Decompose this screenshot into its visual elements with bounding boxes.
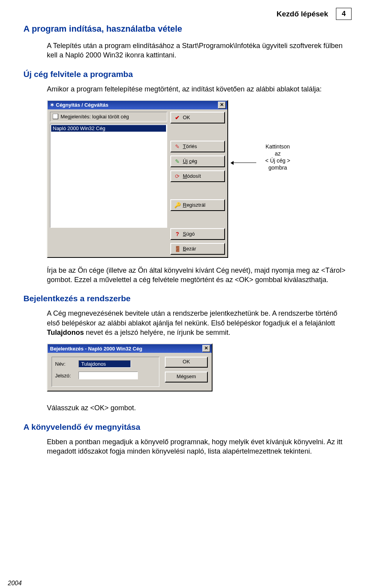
name-field[interactable]: Tulajdonos [79, 360, 131, 368]
para-valasszuk-ok: Válasszuk az <OK> gombot. [47, 403, 352, 413]
heading-uj-ceg: Új cég felvitele a programba [23, 70, 352, 79]
sugo-button[interactable]: ? Súgó [170, 228, 225, 240]
ok-button[interactable]: ✔ OK [170, 112, 225, 123]
footer-year: 2004 [8, 580, 22, 587]
close-icon[interactable]: ✕ [202, 345, 210, 352]
ujceg-label: Új cég [183, 158, 197, 164]
login-ok-button[interactable]: OK [165, 357, 208, 368]
arrow-icon [233, 163, 256, 163]
sugo-label: Súgó [183, 231, 195, 237]
checkbox-label: Megjelenítés: logikai törölt cég [61, 114, 129, 120]
torles-label: Törlés [183, 143, 197, 149]
ok-label: OK [183, 114, 190, 120]
checkbox-icon[interactable] [53, 114, 58, 119]
delete-icon: ✎ [174, 143, 180, 150]
app-icon: ✶ [50, 102, 54, 108]
password-label: Jelszó: [55, 373, 75, 379]
edit-icon: ⟳ [174, 173, 180, 179]
dialog-title: Cégnyitás / Cégváltás [56, 102, 108, 108]
header-title: Kezdő lépések [277, 10, 328, 18]
login-cancel-button[interactable]: Mégsem [165, 372, 208, 382]
modosit-button[interactable]: ⟳ Módosít [170, 170, 225, 182]
page-number: 4 [336, 8, 352, 20]
torles-button[interactable]: ✎ Törlés [170, 141, 225, 152]
dialog-bejelentkezes: Bejelentkezés - Napló 2000 Win32 Cég ✕ N… [47, 343, 212, 391]
help-icon: ? [174, 231, 180, 237]
list-item[interactable]: Napló 2000 Win32 Cég [51, 125, 166, 132]
para-install-launch: A Telepítés után a program elindításához… [47, 41, 352, 60]
company-listbox[interactable]: Napló 2000 Win32 Cég [50, 124, 167, 228]
para-after-install: Amikor a program feltelepítése megtörtén… [47, 84, 352, 94]
heading-konyvelendo-ev: A könyvelendő év megnyitása [23, 422, 352, 432]
dialog-titlebar: ✶ Cégnyitás / Cégváltás ✕ [48, 101, 227, 109]
name-label: Név: [55, 361, 75, 367]
para-konyvelendo-ev: Ebben a pontban megadjuk a könyvelő prog… [47, 437, 352, 456]
bezar-button[interactable]: 🚪 Bezár [170, 243, 225, 255]
heading-program-inditasa: A program indítása, használatba vétele [23, 24, 352, 34]
modosit-label: Módosít [183, 173, 201, 179]
dialog2-title: Bejelentkezés - Napló 2000 Win32 Cég [50, 346, 142, 352]
dialog2-titlebar: Bejelentkezés - Napló 2000 Win32 Cég ✕ [48, 344, 212, 353]
key-icon: 🔑 [174, 202, 180, 208]
check-icon: ✔ [174, 114, 180, 121]
callout-ujceg: Kattintson az < Új cég > gombra [256, 143, 299, 172]
bezar-label: Bezár [183, 246, 196, 252]
regisztral-button[interactable]: 🔑 Regisztrál [170, 199, 225, 211]
checkbox-logikai-torolt[interactable]: Megjelenítés: logikai törölt cég [50, 112, 167, 122]
uj-ceg-button[interactable]: ✎ Új cég [170, 155, 225, 167]
para-irja-be: Írja be az Ön cége (illetve az Ön által … [47, 266, 352, 285]
new-icon: ✎ [174, 158, 180, 164]
heading-bejelentkezes: Bejelentkezés a rendszerbe [23, 294, 352, 303]
close-icon[interactable]: ✕ [218, 102, 226, 109]
password-field[interactable] [79, 372, 138, 379]
para-bejelentkezes: A Cég megnevezésének bevitele után a ren… [47, 309, 352, 337]
door-icon: 🚪 [174, 246, 180, 252]
dialog-cegnyitas: ✶ Cégnyitás / Cégváltás ✕ Megjelenítés: … [47, 100, 228, 258]
regisztral-label: Regisztrál [183, 202, 205, 208]
